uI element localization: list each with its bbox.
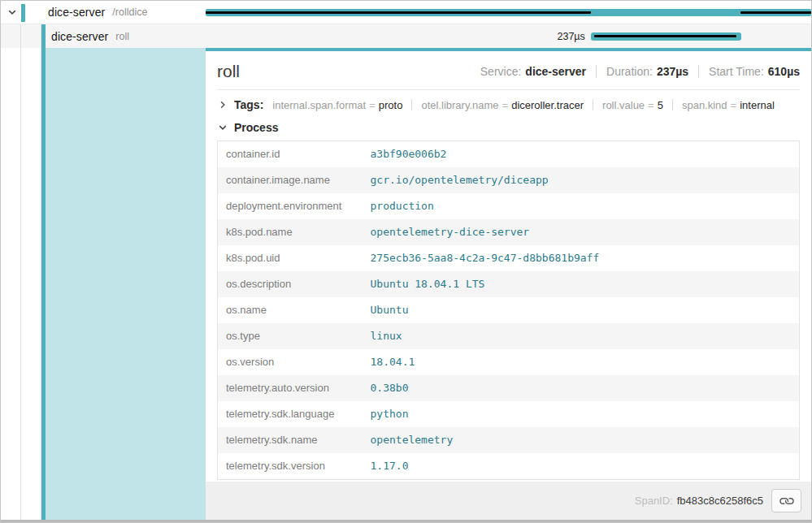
span-bar-track: [206, 1, 811, 24]
process-table-row: telemetry.auto.version0.38b0: [218, 375, 800, 401]
deep-link-button[interactable]: [771, 489, 801, 512]
process-table-row: telemetry.sdk.version1.17.0: [218, 453, 800, 480]
process-table-body: container.ida3bf90e006b2container.image.…: [218, 141, 800, 480]
stat-separator: [698, 65, 699, 78]
process-key: deployment.environment: [218, 193, 363, 219]
process-value: opentelemetry: [363, 427, 800, 453]
span-bar-overlay: [206, 11, 591, 14]
span-detail-card: roll Service: dice-server Duration: 237µ…: [206, 51, 811, 482]
process-table-row: os.descriptionUbuntu 18.04.1 LTS: [218, 271, 800, 297]
starttime-stat-label: Start Time:: [709, 65, 764, 78]
indent-guide: [21, 24, 41, 520]
tag-equals: =: [502, 99, 509, 111]
span-detail-panel: roll Service: dice-server Duration: 237µ…: [206, 48, 811, 520]
selected-span-highlight: [46, 48, 206, 520]
operation-name: /rolldice: [112, 6, 147, 18]
tag-equals: =: [648, 99, 654, 111]
process-key: telemetry.sdk.name: [218, 427, 363, 453]
span-stats: Service: dice-server Duration: 237µs Sta…: [480, 65, 800, 78]
tag-item: roll.value=5: [602, 99, 663, 111]
process-label: Process: [234, 121, 278, 134]
tag-separator: [411, 99, 412, 110]
span-row-roll[interactable]: dice-server roll 237µs: [1, 24, 811, 48]
process-table-row: container.image.namegcr.io/opentelemetry…: [218, 167, 800, 193]
process-key: k8s.pod.uid: [218, 245, 363, 271]
process-key: telemetry.sdk.language: [218, 401, 363, 427]
span-detail-footer: SpanID: fb483c8c6258f6c5: [206, 482, 811, 520]
process-value: 275ecb36-5aa8-4c2a-9c47-d8bb681b9aff: [363, 245, 800, 271]
spanid-label: SpanID:: [635, 495, 673, 507]
tag-key: internal.span.format: [272, 99, 366, 111]
span-bar-overlay: [740, 11, 811, 14]
process-key: os.version: [218, 349, 363, 375]
span-row-rolldice[interactable]: dice-server /rolldice: [1, 1, 811, 24]
process-key: telemetry.auto.version: [218, 375, 363, 401]
process-value: gcr.io/opentelemetry/diceapp: [363, 167, 800, 193]
process-table-row: container.ida3bf90e006b2: [218, 141, 800, 168]
process-table-row: os.typelinux: [218, 323, 800, 349]
tag-value: 5: [658, 99, 663, 111]
process-value: Ubuntu 18.04.1 LTS: [363, 271, 800, 297]
tag-value: proto: [379, 99, 403, 111]
process-key: os.description: [218, 271, 363, 297]
link-icon: [777, 491, 796, 510]
span-bar-overlay: [594, 35, 737, 37]
span-bar-track: 237µs: [206, 24, 811, 48]
tag-value: internal: [740, 99, 775, 111]
process-value: opentelemetry-dice-server: [363, 219, 800, 245]
span-detail-header: roll Service: dice-server Duration: 237µ…: [217, 51, 800, 89]
process-value: production: [363, 193, 800, 219]
span-duration-label: 237µs: [558, 31, 585, 42]
tag-key: otel.library.name: [421, 99, 498, 111]
process-key: os.name: [218, 297, 363, 323]
span-name-column[interactable]: dice-server /rolldice: [1, 1, 206, 24]
process-key: container.id: [218, 141, 363, 168]
process-accordion[interactable]: Process: [217, 114, 800, 139]
process-key: container.image.name: [218, 167, 363, 193]
process-value: 0.38b0: [363, 375, 800, 401]
process-value: 1.17.0: [363, 453, 800, 480]
operation-name: roll: [115, 31, 129, 42]
tags-accordion[interactable]: Tags: internal.span.format=protootel.lib…: [217, 90, 800, 114]
chevron-down-icon[interactable]: [7, 6, 18, 18]
tag-separator: [593, 99, 593, 110]
process-key: os.type: [218, 323, 363, 349]
tag-item: span.kind=internal: [682, 99, 775, 111]
jaeger-trace-view: dice-server /rolldice dice-server roll 2…: [0, 0, 812, 523]
process-value: a3bf90e006b2: [363, 141, 800, 168]
service-name: dice-server: [48, 6, 105, 19]
tag-key: roll.value: [602, 99, 645, 111]
tag-value: diceroller.tracer: [511, 99, 584, 111]
tags-label: Tags:: [234, 98, 263, 111]
tag-item: internal.span.format=proto: [272, 99, 402, 111]
process-value: Ubuntu: [363, 297, 800, 323]
span-title: roll: [217, 62, 240, 81]
duration-stat-label: Duration:: [606, 65, 653, 78]
process-table: container.ida3bf90e006b2container.image.…: [217, 140, 800, 480]
service-name: dice-server: [51, 30, 108, 43]
spanid-value: fb483c8c6258f6c5: [677, 495, 763, 507]
tag-item: otel.library.name=diceroller.tracer: [421, 99, 584, 111]
span-color-accent: [21, 4, 25, 22]
process-table-row: os.version18.04.1: [218, 349, 800, 375]
tag-equals: =: [369, 99, 376, 111]
process-key: telemetry.sdk.version: [218, 453, 363, 480]
chevron-down-icon: [217, 122, 228, 133]
tag-separator: [672, 99, 673, 110]
tag-equals: =: [731, 99, 737, 111]
process-value: linux: [363, 323, 800, 349]
indent-guide: [1, 24, 21, 520]
process-table-row: os.nameUbuntu: [218, 297, 800, 323]
stat-separator: [596, 65, 597, 78]
service-stat-label: Service:: [480, 65, 522, 78]
duration-stat-value: 237µs: [657, 65, 688, 78]
process-value: 18.04.1: [363, 349, 800, 375]
process-table-row: telemetry.sdk.nameopentelemetry: [218, 427, 800, 453]
process-table-row: deployment.environmentproduction: [218, 193, 800, 219]
bottom-border-bar: [1, 520, 811, 522]
tags-summary: internal.span.format=protootel.library.n…: [272, 99, 775, 111]
chevron-right-icon: [217, 99, 228, 110]
tag-key: span.kind: [682, 99, 727, 111]
process-table-row: telemetry.sdk.languagepython: [218, 401, 800, 427]
process-table-row: k8s.pod.nameopentelemetry-dice-server: [218, 219, 800, 245]
